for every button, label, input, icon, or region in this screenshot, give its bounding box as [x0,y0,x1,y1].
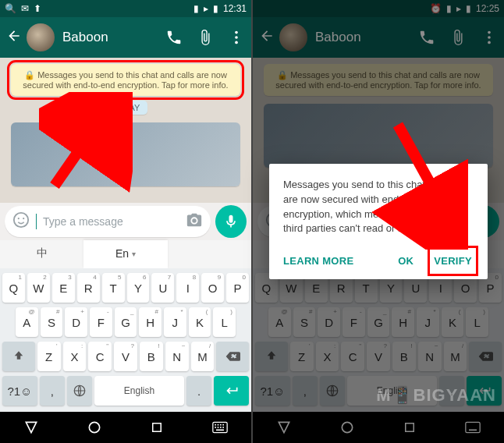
svg-rect-11 [217,424,218,426]
key-t[interactable]: T5 [102,273,125,303]
encryption-banner[interactable]: 🔒 Messages you send to this chat and cal… [11,64,240,96]
nav-keyboard-icon[interactable] [211,419,229,436]
app-bar: Baboon [0,17,251,58]
key-d[interactable]: D+ [65,307,87,337]
emoji-icon[interactable] [12,211,30,232]
avatar[interactable] [27,23,55,51]
comma-key[interactable]: , [40,376,65,406]
attach-icon[interactable] [197,29,214,46]
svg-rect-18 [216,430,224,431]
kb-row1: Q1W2E3R4T5Y6U7I8O9P0 [2,273,249,303]
key-f[interactable]: F- [90,307,112,337]
svg-rect-16 [220,427,222,428]
svg-point-7 [89,422,99,432]
key-v[interactable]: V? [114,342,137,371]
space-key[interactable]: English [94,376,184,406]
svg-point-0 [235,31,238,34]
date-label: TODAY [104,101,148,115]
key-q[interactable]: Q1 [2,273,25,303]
svg-point-1 [235,36,238,39]
status-bar: 🔍 ✉ ⬆ ▮ ▸ ▮ 12:31 [0,0,251,17]
clock: 12:31 [223,3,247,14]
verify-button[interactable]: VERIFY [432,250,474,271]
overflow-icon[interactable] [228,29,245,46]
chat-body[interactable]: 🔒 Messages you send to this chat and cal… [0,58,251,203]
backspace-key[interactable] [216,342,249,371]
nav-back[interactable] [23,419,40,436]
svg-point-5 [23,218,24,219]
signal-icon: ▮ [193,3,199,14]
notif-icon: 🔍 [5,3,16,14]
back-icon[interactable] [6,28,22,47]
key-c[interactable]: C" [88,342,112,371]
svg-rect-17 [222,427,224,428]
key-p[interactable]: P0 [226,273,249,303]
key-r[interactable]: R4 [77,273,100,303]
key-y[interactable]: Y6 [127,273,150,303]
svg-point-2 [235,41,238,44]
key-a[interactable]: A@ [16,307,38,337]
svg-rect-8 [153,424,161,432]
svg-rect-10 [215,424,216,426]
nav-home[interactable] [86,419,103,436]
key-x[interactable]: X: [63,342,87,371]
lang-tab-blank[interactable] [168,240,251,268]
ok-button[interactable]: OK [396,250,415,271]
notif-icon: ⬆ [34,3,41,14]
key-j[interactable]: J* [164,307,186,337]
kb-row2: A@S#D+F-G_H#J*K(L) [2,307,249,337]
contact-name[interactable]: Baboon [62,30,158,45]
modal-scrim[interactable]: Messages you send to this chat and calls… [253,0,504,443]
key-i[interactable]: I8 [176,273,199,303]
learn-more-button[interactable]: LEARN MORE [282,250,355,271]
keyboard-language-tabs: 中 En ▾ [0,240,251,268]
svg-point-4 [18,218,20,219]
mic-button[interactable] [215,205,247,238]
period-key[interactable]: . [186,376,211,406]
key-m[interactable]: M/ [191,342,215,371]
dialog-body: Messages you send to this chat and calls… [283,178,474,236]
key-b[interactable]: B! [140,342,163,371]
android-nav-bar [0,412,251,443]
lang-tab-en[interactable]: En ▾ [83,240,167,268]
key-g[interactable]: G_ [115,307,137,337]
key-z[interactable]: Z' [37,342,61,371]
call-icon[interactable] [165,29,183,46]
image-message[interactable] [11,122,240,186]
message-input-bar [0,203,251,240]
encryption-dialog: Messages you send to this chat and calls… [269,164,488,279]
key-k[interactable]: K( [189,307,211,337]
text-cursor [36,214,37,229]
enter-key[interactable] [214,376,249,406]
lang-tab-zh[interactable]: 中 [0,240,83,268]
key-u[interactable]: U7 [151,273,174,303]
key-w[interactable]: W2 [27,273,50,303]
symbols-key[interactable]: ?1☺ [2,376,37,406]
key-s[interactable]: S# [41,307,63,337]
key-l[interactable]: L) [213,307,236,337]
message-input[interactable] [43,215,179,228]
svg-rect-12 [220,424,222,426]
notif-icon: ✉ [21,3,29,14]
svg-rect-13 [222,424,224,426]
key-h[interactable]: H# [139,307,161,337]
shift-key[interactable] [2,342,35,371]
camera-icon[interactable] [186,211,203,232]
svg-rect-14 [215,427,216,428]
keyboard: Q1W2E3R4T5Y6U7I8O9P0 A@S#D+F-G_H#J*K(L) … [0,268,251,412]
globe-key[interactable] [67,376,92,406]
key-o[interactable]: O9 [201,273,224,303]
key-e[interactable]: E3 [52,273,75,303]
nav-recents[interactable] [148,419,165,436]
wifi-icon: ▸ [204,3,208,14]
key-n[interactable]: N~ [165,342,189,371]
battery-icon: ▮ [213,3,218,14]
kb-row3: Z'X:C"V?B!N~M/ [2,342,249,371]
svg-rect-15 [217,427,218,428]
svg-point-3 [14,213,28,227]
